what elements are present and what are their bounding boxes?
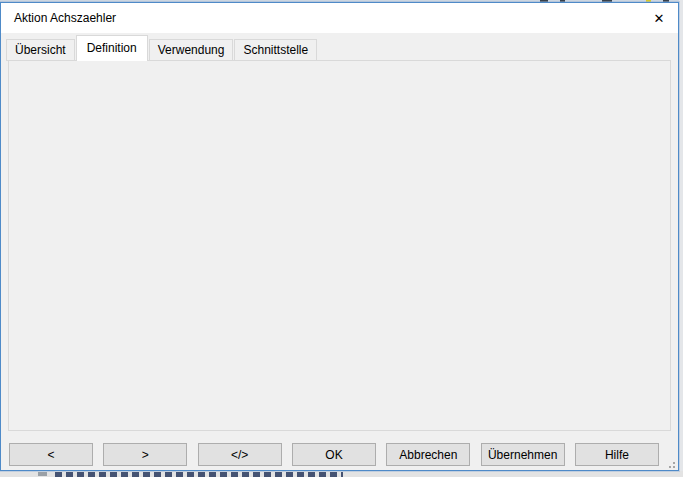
close-icon: ✕ xyxy=(654,11,665,26)
titlebar[interactable]: Aktion Achszaehler ✕ xyxy=(1,3,678,33)
tab-definition[interactable]: Definition xyxy=(76,35,148,61)
background-text-fragment xyxy=(55,472,343,477)
next-button[interactable]: > xyxy=(103,443,187,466)
window-title: Aktion Achszaehler xyxy=(14,3,116,33)
tab-verwendung[interactable]: Verwendung xyxy=(149,39,234,61)
tab-page-definition xyxy=(8,60,671,431)
abbrechen-button[interactable]: Abbrechen xyxy=(386,443,470,466)
xml-code-button[interactable]: </> xyxy=(198,443,282,466)
footer-button-row: < > </> OK Abbrechen Übernehmen Hilfe xyxy=(9,443,659,466)
background-fragment xyxy=(38,472,47,476)
tab-uebersicht[interactable]: Übersicht xyxy=(6,39,75,61)
ok-button[interactable]: OK xyxy=(292,443,376,466)
tab-strip: Übersicht Definition Verwendung Schnitts… xyxy=(6,35,318,61)
tab-label: Schnittstelle xyxy=(243,43,308,57)
tab-schnittstelle[interactable]: Schnittstelle xyxy=(234,39,317,61)
hilfe-button[interactable]: Hilfe xyxy=(575,443,659,466)
dialog-aktion-achszaehler: Aktion Achszaehler ✕ Übersicht Definitio… xyxy=(0,2,679,471)
background-app-right-strip xyxy=(679,0,683,477)
tab-label: Definition xyxy=(87,41,137,55)
close-button[interactable]: ✕ xyxy=(646,6,672,30)
background-app-bottom-strip xyxy=(0,471,683,477)
tab-label: Verwendung xyxy=(158,43,225,57)
prev-button[interactable]: < xyxy=(9,443,93,466)
tab-label: Übersicht xyxy=(15,43,66,57)
resize-grip[interactable] xyxy=(665,458,675,468)
uebernehmen-button[interactable]: Übernehmen xyxy=(481,443,565,466)
